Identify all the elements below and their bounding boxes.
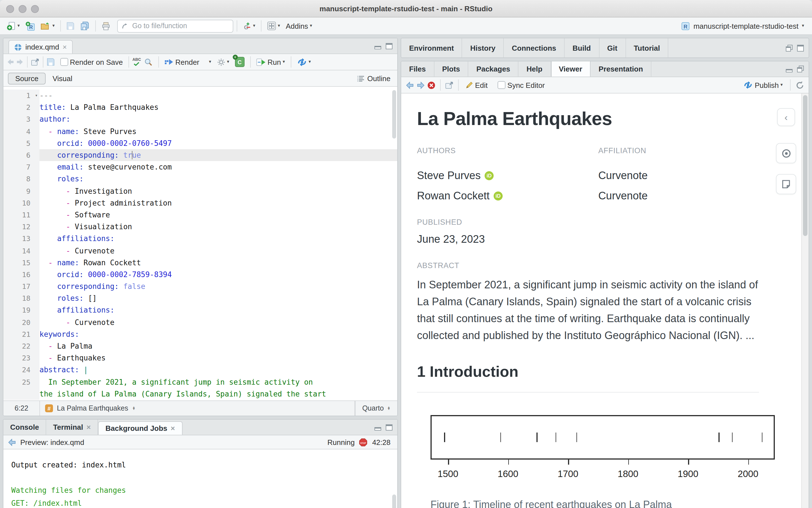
checkbox-icon[interactable] <box>60 58 68 66</box>
viewer-content[interactable]: La Palma Earthquakes AUTHORS AFFILIATION… <box>401 93 809 508</box>
publish-icon <box>743 81 753 89</box>
divider <box>128 56 129 68</box>
insert-chunk-button[interactable]: C + <box>235 57 245 67</box>
tab-viewer[interactable]: Viewer <box>551 61 591 77</box>
maximize-pane-icon[interactable] <box>385 424 393 431</box>
tab-packages[interactable]: Packages <box>469 61 519 77</box>
minimize-pane-icon[interactable] <box>374 424 381 431</box>
open-file-button[interactable]: ▾ <box>38 20 57 31</box>
divider <box>27 56 28 68</box>
document-mode-selector[interactable]: Quarto ▲▼ <box>355 401 397 416</box>
console-tab-background-jobs[interactable]: Background Jobs× <box>98 421 182 435</box>
tab-git[interactable]: Git <box>599 38 626 57</box>
close-icon[interactable]: × <box>171 425 175 432</box>
tab-presentation[interactable]: Presentation <box>591 61 652 77</box>
project-selector[interactable]: R manuscript-template-rstudio-test ▾ <box>677 20 808 32</box>
back-icon[interactable] <box>7 58 15 65</box>
goto-file-box[interactable] <box>117 19 233 32</box>
maximize-pane-icon[interactable] <box>797 44 804 51</box>
search-icon[interactable] <box>144 58 153 66</box>
console-tab-console[interactable]: Console <box>3 420 46 435</box>
close-icon[interactable]: × <box>63 43 67 51</box>
edit-button[interactable]: Edit <box>463 80 490 90</box>
orcid-icon[interactable]: iD <box>494 192 503 201</box>
popout-icon[interactable] <box>31 58 39 66</box>
forward-icon[interactable] <box>416 81 425 89</box>
viewer-scrollbar-thumb[interactable] <box>803 95 808 236</box>
zoom-button[interactable] <box>31 5 39 13</box>
maximize-pane-icon[interactable] <box>385 43 393 49</box>
viewer-scrollbar[interactable] <box>801 93 809 508</box>
render-button[interactable]: Render ▾ <box>162 56 213 67</box>
workspace-panes-button[interactable]: ▾ <box>265 20 282 32</box>
publish-button[interactable]: Publish ▾ <box>741 80 785 90</box>
render-on-save-checkbox[interactable]: Render on Save <box>58 56 125 67</box>
run-button[interactable]: Run ▾ <box>254 56 287 67</box>
minimize-pane-icon[interactable] <box>785 66 793 72</box>
caret-icon: ▾ <box>309 60 311 64</box>
back-icon[interactable] <box>406 81 414 89</box>
visual-mode-button[interactable]: Visual <box>46 73 79 84</box>
tab-environment[interactable]: Environment <box>401 38 462 57</box>
annotation-button[interactable] <box>776 174 796 194</box>
editor-scrollbar[interactable] <box>392 90 396 138</box>
tab-build[interactable]: Build <box>565 38 599 57</box>
spellcheck-button[interactable]: ABC <box>132 58 141 66</box>
save-all-button[interactable] <box>78 20 92 32</box>
popout-icon[interactable] <box>445 81 454 89</box>
save-button[interactable] <box>64 21 77 31</box>
console-output[interactable]: Output created: index.html Watching file… <box>3 450 397 508</box>
code-line: 12 - Visualization <box>3 221 397 232</box>
divider <box>440 79 441 91</box>
clear-viewer-icon[interactable] <box>427 81 436 89</box>
new-file-button[interactable]: ▾ <box>4 20 22 32</box>
console-output-line: GET: /index.html <box>11 497 397 508</box>
close-button[interactable] <box>6 5 14 13</box>
back-arrow-icon[interactable] <box>8 438 16 446</box>
forward-icon[interactable] <box>16 58 24 65</box>
refresh-icon[interactable] <box>796 81 804 89</box>
rerun-button[interactable]: ▾ <box>294 56 313 67</box>
editor-tab-index-qmd[interactable]: index.qmd × <box>8 40 72 53</box>
caret-icon: ▾ <box>310 24 312 28</box>
titlebar: manuscript-template-rstudio-test - main … <box>0 0 812 17</box>
target-icon <box>781 149 791 158</box>
tab-connections[interactable]: Connections <box>504 38 565 57</box>
sync-editor-checkbox[interactable]: Sync Editor <box>496 80 547 90</box>
breadcrumb[interactable]: # La Palma Earthquakes ▲▼ <box>39 401 355 416</box>
save-icon[interactable] <box>47 58 55 66</box>
restore-pane-icon[interactable] <box>797 65 804 73</box>
figure-caption: Figure 1: Timeline of recent earthquakes… <box>431 499 775 508</box>
render-settings-button[interactable]: ▾ <box>215 56 232 67</box>
new-project-button[interactable]: R <box>23 20 37 32</box>
version-control-button[interactable]: G ▾ <box>241 20 257 32</box>
source-mode-button[interactable]: Source <box>8 72 46 84</box>
addins-button[interactable]: Addins ▾ <box>283 20 315 31</box>
divider <box>290 56 291 68</box>
tab-tutorial[interactable]: Tutorial <box>626 38 668 57</box>
console-scrollbar[interactable] <box>392 495 396 508</box>
tab-history[interactable]: History <box>462 38 504 57</box>
collapse-sidebar-button[interactable]: ‹ <box>777 108 795 126</box>
outline-button[interactable]: Outline <box>357 74 393 83</box>
code-line: 15 - name: Rowan Cockett <box>3 257 397 268</box>
code-line: 17 corresponding: false <box>3 281 397 292</box>
focus-view-button[interactable] <box>776 143 796 163</box>
tab-plots[interactable]: Plots <box>434 61 469 77</box>
goto-file-input[interactable] <box>131 22 229 31</box>
checkbox-icon[interactable] <box>498 81 506 89</box>
console-tab-terminal[interactable]: Terminal× <box>46 420 98 435</box>
minimize-pane-icon[interactable] <box>374 43 381 49</box>
restore-pane-icon[interactable] <box>785 44 793 51</box>
fold-icon[interactable]: ▾ <box>35 93 38 98</box>
orcid-icon[interactable]: iD <box>485 171 494 180</box>
stop-icon[interactable]: STOP <box>359 438 368 446</box>
minimize-button[interactable] <box>18 5 27 13</box>
code-line: the island of La Palma (Canary Islands, … <box>3 388 397 399</box>
print-button[interactable] <box>99 20 113 31</box>
close-icon[interactable]: × <box>86 424 91 431</box>
tab-files[interactable]: Files <box>401 61 434 77</box>
code-editor[interactable]: 1▾---2title: La Palma Earthquakes3author… <box>3 87 397 400</box>
axis-tick-label: 1500 <box>436 469 460 479</box>
tab-help[interactable]: Help <box>519 61 551 77</box>
